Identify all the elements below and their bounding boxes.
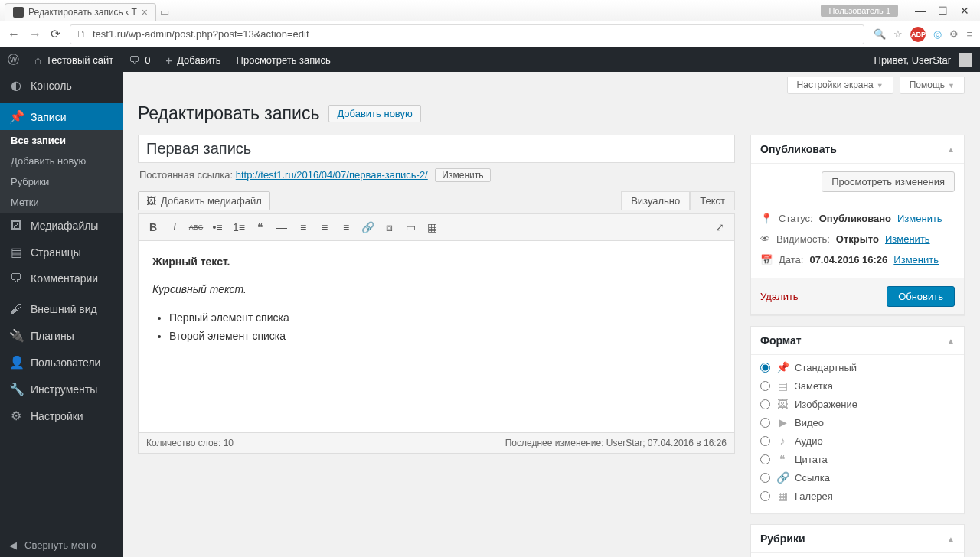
update-button[interactable]: Обновить [887, 286, 955, 307]
visibility-icon: 👁 [760, 233, 770, 245]
favicon-icon [13, 7, 24, 18]
gallery-icon: ▦ [776, 490, 789, 502]
text-tab[interactable]: Текст [690, 191, 735, 210]
date-edit-link[interactable]: Изменить [893, 254, 939, 265]
more-button[interactable]: ▭ [400, 217, 420, 237]
italic-button[interactable]: I [165, 217, 185, 237]
format-gallery[interactable]: ▦Галерея [760, 487, 955, 505]
post-title-input[interactable] [138, 135, 735, 163]
menu-pages-label: Страницы [31, 246, 81, 259]
delete-link[interactable]: Удалить [760, 291, 799, 302]
bookmark-icon[interactable]: ☆ [893, 28, 903, 40]
format-link[interactable]: 🔗Ссылка [760, 468, 955, 487]
extension-icon[interactable]: ◎ [933, 28, 942, 40]
adblock-icon[interactable]: ABP [910, 27, 926, 42]
back-icon[interactable]: ← [8, 28, 20, 41]
align-left-button[interactable]: ≡ [293, 217, 313, 237]
site-home[interactable]: ⌂Тестовый сайт [27, 47, 121, 72]
view-label: Просмотреть запись [237, 54, 331, 66]
categories-box: Рубрики▲ Все рубрики Часто используемые [750, 524, 965, 557]
comments-bubble[interactable]: 🗨0 [121, 47, 158, 72]
visual-tab[interactable]: Визуально [621, 191, 690, 210]
status-edit-link[interactable]: Изменить [897, 213, 942, 224]
preview-button[interactable]: Просмотреть изменения [822, 171, 955, 192]
toggle-icon[interactable]: ▲ [947, 535, 955, 543]
screen-options-label: Настройки экрана [797, 80, 874, 90]
greeting[interactable]: Привет, UserStar [874, 54, 951, 66]
reload-icon[interactable]: ⟳ [51, 27, 60, 41]
avatar[interactable] [959, 53, 972, 67]
browser-tab[interactable]: Редактировать запись ‹ Т × [5, 3, 156, 21]
format-standard[interactable]: 📌Стандартный [760, 358, 955, 376]
menu-users-label: Пользователи [31, 357, 100, 369]
format-aside[interactable]: ▤Заметка [760, 376, 955, 395]
menu-users[interactable]: 👤Пользователи [0, 349, 122, 376]
align-center-button[interactable]: ≡ [315, 217, 335, 237]
menu-comments[interactable]: 🗨Комментарии [0, 265, 122, 292]
wp-adminbar: ⓦ ⌂Тестовый сайт 🗨0 +Добавить Просмотрет… [0, 47, 980, 72]
submenu-posts: Все записи Добавить новую Рубрики Метки [0, 130, 122, 213]
screen-options-tab[interactable]: Настройки экрана▼ [787, 77, 893, 94]
permalink-edit-button[interactable]: Изменить [435, 168, 490, 182]
bullet-list-button[interactable]: •≡ [207, 217, 227, 237]
format-video[interactable]: ▶Видео [760, 413, 955, 432]
menu-media[interactable]: 🖼Медиафайлы [0, 213, 122, 239]
chrome-user-badge[interactable]: Пользователь 1 [821, 5, 898, 17]
close-window-icon[interactable]: ✕ [960, 5, 969, 17]
comments-count: 0 [145, 54, 150, 66]
close-tab-icon[interactable]: × [142, 7, 148, 18]
align-right-button[interactable]: ≡ [336, 217, 356, 237]
permalink-label: Постоянная ссылка: [139, 169, 233, 181]
distraction-free-button[interactable]: ⤢ [710, 217, 730, 237]
menu-plugins[interactable]: 🔌Плагины [0, 322, 122, 349]
menu-appearance[interactable]: 🖌Внешний вид [0, 296, 122, 322]
toggle-icon[interactable]: ▲ [947, 145, 955, 154]
add-media-button[interactable]: 🖼Добавить медиафайл [138, 191, 270, 210]
url-input[interactable]: 🗋 test1.ru/wp-admin/post.php?post=13&act… [70, 24, 864, 44]
collapse-menu[interactable]: ◀Свернуть меню [0, 533, 122, 557]
tab-title: Редактировать запись ‹ Т [28, 7, 137, 18]
menu-tools-label: Инструменты [31, 383, 97, 396]
vis-edit-link[interactable]: Изменить [885, 233, 930, 245]
zoom-icon[interactable]: 🔍 [874, 28, 886, 40]
menu-icon[interactable]: ≡ [966, 28, 972, 40]
wp-logo[interactable]: ⓦ [0, 47, 27, 72]
settings-icon[interactable]: ⚙ [949, 28, 959, 40]
format-audio[interactable]: ♪Аудио [760, 432, 955, 450]
submenu-all-posts[interactable]: Все записи [0, 130, 122, 151]
submenu-add-post[interactable]: Добавить новую [0, 151, 122, 171]
menu-dashboard[interactable]: ◐Консоль [0, 72, 122, 99]
list-item: Второй элемент списка [169, 327, 720, 344]
strikethrough-button[interactable]: ABC [186, 217, 206, 237]
quote-button[interactable]: ❝ [250, 217, 270, 237]
content-area: Настройки экрана▼ Помощь▼ Редактировать … [122, 72, 980, 557]
menu-plugins-label: Плагины [31, 330, 74, 342]
media-icon: 🖼 [146, 195, 156, 207]
permalink-link[interactable]: http://test1.ru/2016/04/07/первая-запись… [236, 169, 428, 181]
menu-settings[interactable]: ⚙Настройки [0, 402, 122, 429]
unlink-button[interactable]: ⧈ [379, 217, 399, 237]
format-quote[interactable]: ❝Цитата [760, 450, 955, 468]
menu-pages[interactable]: ▤Страницы [0, 239, 122, 265]
hr-button[interactable]: — [272, 217, 292, 237]
audio-icon: ♪ [776, 435, 789, 447]
link-button[interactable]: 🔗 [358, 217, 377, 237]
help-tab[interactable]: Помощь▼ [900, 77, 965, 94]
add-new-post-button[interactable]: Добавить новую [328, 105, 420, 122]
menu-tools[interactable]: 🔧Инструменты [0, 376, 122, 402]
video-icon: ▶ [776, 416, 789, 428]
view-post[interactable]: Просмотреть запись [229, 47, 338, 72]
new-tab-button[interactable]: ▭ [156, 3, 173, 21]
editor-content[interactable]: Жирный текст. Курсивный текст. Первый эл… [139, 241, 734, 432]
minimize-icon[interactable]: — [915, 5, 926, 17]
number-list-button[interactable]: 1≡ [229, 217, 249, 237]
submenu-tags[interactable]: Метки [0, 192, 122, 213]
menu-posts[interactable]: 📌Записи [0, 103, 122, 130]
maximize-icon[interactable]: ☐ [938, 5, 948, 17]
toggle-icon[interactable]: ▲ [947, 337, 955, 345]
add-new-menu[interactable]: +Добавить [158, 47, 228, 72]
format-image[interactable]: 🖼Изображение [760, 395, 955, 413]
bold-button[interactable]: B [143, 217, 163, 237]
kitchen-sink-button[interactable]: ▦ [422, 217, 442, 237]
submenu-categories[interactable]: Рубрики [0, 171, 122, 192]
